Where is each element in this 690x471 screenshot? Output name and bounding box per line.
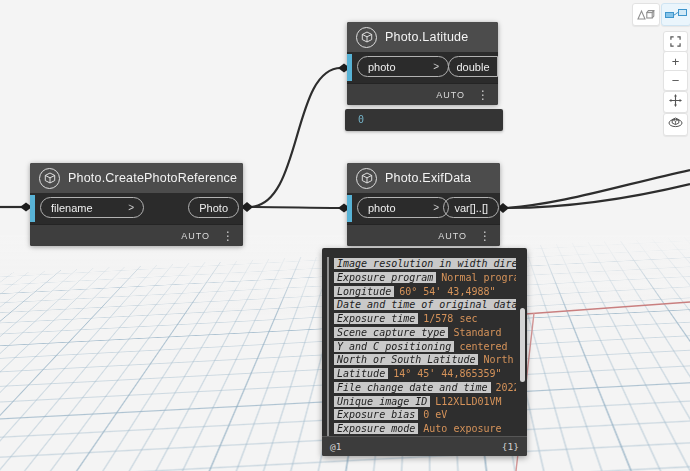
exif-value: North lat xyxy=(483,354,516,365)
exif-value: Standard xyxy=(453,327,501,338)
default-value-chevron-icon[interactable]: > xyxy=(128,202,134,213)
exif-value: centered xyxy=(459,341,507,352)
exif-key: Scene capture type xyxy=(334,327,448,338)
node-photo-exifdata[interactable]: Photo.ExifData photo > var[]..[] AUTO ⋮ xyxy=(347,163,500,246)
exif-row: Date and time of original data gen xyxy=(334,298,516,312)
node-title: Photo.CreatePhotoReference xyxy=(68,171,237,185)
exif-row: Exposure modeAuto exposure xyxy=(334,422,516,436)
input-port-accent xyxy=(347,195,352,222)
node-photo-createphotoreference[interactable]: Photo.CreatePhotoReference filename > Ph… xyxy=(30,163,243,246)
preview-scrollbar[interactable] xyxy=(520,308,525,382)
exif-value: 14° 45' 44,865359" xyxy=(393,368,501,379)
exif-row: North or South LatitudeNorth lat xyxy=(334,353,516,367)
node-title: Photo.ExifData xyxy=(385,171,471,185)
geometry-view-button[interactable] xyxy=(632,3,660,26)
node-header[interactable]: Photo.CreatePhotoReference xyxy=(30,163,243,193)
pan-button[interactable] xyxy=(663,91,688,113)
port-label: photo xyxy=(368,202,396,214)
exif-value: L12XLLD01VM xyxy=(435,396,501,407)
exif-value: 60° 54' 43,4988" xyxy=(399,286,495,297)
exif-data-preview-panel[interactable]: Image resolution in width directio Expos… xyxy=(322,248,527,456)
exif-key: Date and time of original data gen xyxy=(334,299,516,310)
graph-view-button[interactable] xyxy=(661,3,690,26)
default-value-chevron-icon[interactable]: > xyxy=(433,61,439,72)
exif-value: 2022:01: xyxy=(496,382,516,393)
geometry-objects-icon xyxy=(637,6,655,24)
exif-value: Normal program xyxy=(441,272,516,283)
exif-row: File change date and time2022:01: xyxy=(334,381,516,395)
exif-row: Longitude60° 54' 43,4988" xyxy=(334,285,516,299)
exif-value: 1/578 sec xyxy=(423,313,477,324)
output-port-double[interactable]: double xyxy=(448,56,498,77)
exif-key: Exposure mode xyxy=(334,423,418,434)
node-photo-latitude[interactable]: Photo.Latitude photo > double AUTO ⋮ xyxy=(347,22,498,105)
exif-key: Latitude xyxy=(334,368,388,379)
node-graph-icon xyxy=(665,6,687,24)
preview-footer: @1 {1} xyxy=(322,436,527,456)
node-header[interactable]: Photo.ExifData xyxy=(347,163,500,193)
exif-rows: Image resolution in width directio Expos… xyxy=(334,257,516,436)
exif-key: Longitude xyxy=(334,286,394,297)
zoom-in-button[interactable]: + xyxy=(663,51,688,72)
package-cube-icon xyxy=(356,168,377,189)
exif-row: Exposure time1/578 sec xyxy=(334,312,516,326)
exif-key: Exposure time xyxy=(334,313,418,324)
orbit-button[interactable] xyxy=(663,113,688,136)
default-value-chevron-icon[interactable]: > xyxy=(433,202,439,213)
exif-value: 0 eV xyxy=(423,409,447,420)
output-port-var[interactable]: var[]..[] xyxy=(443,197,499,218)
input-port-filename[interactable]: filename > xyxy=(40,197,144,218)
node-title: Photo.Latitude xyxy=(385,30,468,44)
exif-key: Y and C positioning xyxy=(334,341,454,352)
exif-key: Exposure program xyxy=(334,272,436,283)
minus-icon: − xyxy=(672,73,680,88)
lacing-mode[interactable]: AUTO xyxy=(438,231,467,241)
zoom-out-button[interactable]: − xyxy=(663,70,688,91)
node-menu-icon[interactable]: ⋮ xyxy=(222,230,234,242)
port-label: var[]..[] xyxy=(454,202,488,214)
orbit-cube-icon xyxy=(668,115,683,134)
preview-value: 0 xyxy=(358,114,364,125)
node-menu-icon[interactable]: ⋮ xyxy=(479,230,491,242)
input-port-accent xyxy=(347,54,352,81)
input-port-photo[interactable]: photo > xyxy=(357,56,449,77)
exif-key: North or South Latitude xyxy=(334,354,478,365)
zoom-fit-button[interactable] xyxy=(663,31,688,52)
package-cube-icon xyxy=(39,168,60,189)
package-cube-icon xyxy=(356,27,377,48)
node-menu-icon[interactable]: ⋮ xyxy=(477,89,489,101)
exif-key: Exposure bias xyxy=(334,409,418,420)
exif-row: Y and C positioningcentered xyxy=(334,340,516,354)
preview-list-count: {1} xyxy=(502,441,519,452)
exif-row: Image resolution in width directio xyxy=(334,257,516,271)
input-port-photo[interactable]: photo > xyxy=(357,197,449,218)
node-preview-bubble[interactable]: 0 xyxy=(345,109,503,131)
exif-value: Auto exposure xyxy=(423,423,501,434)
exif-row: Latitude14° 45' 44,865359" xyxy=(334,367,516,381)
output-port-photo[interactable]: Photo xyxy=(188,197,239,218)
exif-row: Exposure programNormal program xyxy=(334,271,516,285)
exif-key: Unique image ID xyxy=(334,396,430,407)
port-label: Photo xyxy=(199,202,228,214)
node-header[interactable]: Photo.Latitude xyxy=(347,22,498,52)
input-port-accent xyxy=(30,195,35,222)
pan-arrows-icon xyxy=(669,93,682,111)
port-label: filename xyxy=(51,202,93,214)
lacing-mode[interactable]: AUTO xyxy=(181,231,210,241)
exif-key: File change date and time xyxy=(334,382,491,393)
canvas[interactable]: Photo.Latitude photo > double AUTO ⋮ 0 xyxy=(0,0,690,471)
exif-key: Image resolution in width directio xyxy=(334,258,516,269)
port-label: photo xyxy=(368,61,396,73)
preview-left-guide xyxy=(327,257,329,436)
exif-row: Exposure bias0 eV xyxy=(334,408,516,422)
exif-row: Unique image IDL12XLLD01VM xyxy=(334,395,516,409)
fit-view-icon xyxy=(670,33,681,51)
lacing-mode[interactable]: AUTO xyxy=(436,90,465,100)
plus-icon: + xyxy=(672,54,680,69)
port-label: double xyxy=(456,61,489,73)
exif-row: Scene capture typeStandard xyxy=(334,326,516,340)
preview-level-label: @1 xyxy=(330,441,341,452)
